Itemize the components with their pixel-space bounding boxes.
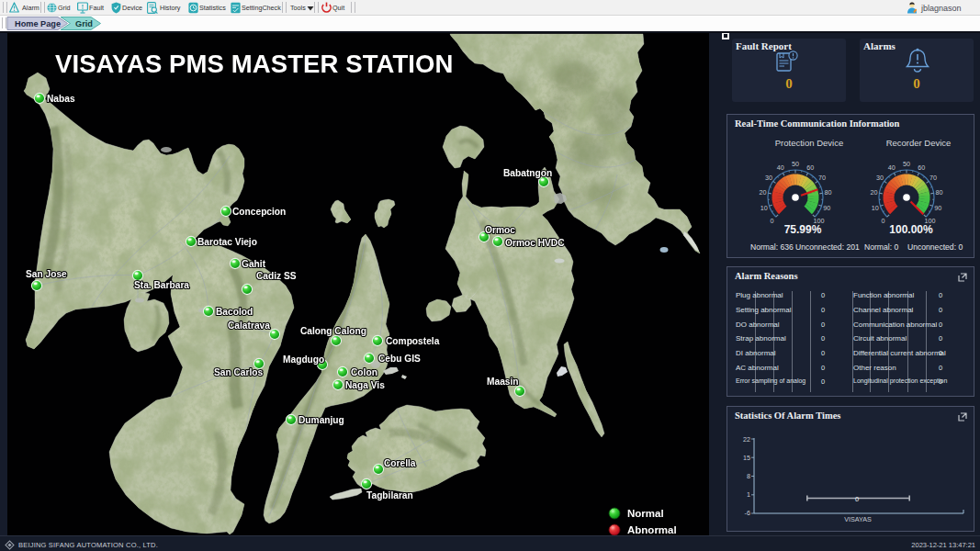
svg-text:40: 40 (777, 163, 784, 172)
svg-text:Normal: 636: Normal: 636 (750, 242, 794, 252)
svg-text:70: 70 (818, 174, 826, 182)
svg-text:8: 8 (747, 472, 750, 480)
svg-text:Naga Vis: Naga Vis (345, 380, 385, 390)
svg-text:80: 80 (936, 188, 943, 197)
svg-text:20: 20 (870, 188, 877, 197)
svg-text:22: 22 (743, 435, 750, 444)
svg-text:15: 15 (743, 454, 750, 462)
svg-text:1: 1 (747, 490, 750, 499)
svg-text:30: 30 (765, 174, 772, 182)
svg-text:60: 60 (806, 163, 814, 172)
svg-text:Magdugo: Magdugo (283, 354, 324, 365)
svg-text:Abnormal: Abnormal (627, 524, 677, 535)
svg-text:10: 10 (760, 204, 768, 212)
svg-text:San Carlos: San Carlos (214, 367, 264, 377)
svg-text:Gahit: Gahit (242, 259, 266, 269)
svg-text:Normal: Normal (627, 508, 664, 519)
svg-text:Barotac Viejo: Barotac Viejo (197, 237, 257, 247)
svg-text:Protection Device: Protection Device (775, 138, 843, 148)
svg-text:50: 50 (792, 160, 799, 168)
svg-text:75.99%: 75.99% (784, 223, 822, 236)
svg-text:0: 0 (771, 217, 774, 225)
svg-text:60: 60 (918, 163, 925, 172)
svg-text:100.00%: 100.00% (889, 223, 933, 236)
svg-text:San Jose: San Jose (26, 269, 67, 279)
svg-text:Calatrava: Calatrava (228, 320, 270, 331)
svg-text:Corella: Corella (384, 458, 416, 468)
svg-text:Home Page: Home Page (15, 19, 61, 28)
svg-text:Concepcion: Concepcion (232, 207, 286, 217)
svg-text:70: 70 (929, 174, 937, 182)
svg-text:VISAYAS: VISAYAS (844, 515, 872, 523)
svg-text:40: 40 (888, 163, 896, 172)
svg-text:Normal: 0: Normal: 0 (864, 242, 898, 252)
svg-text:Ormoc: Ormoc (485, 225, 515, 235)
svg-text:90: 90 (934, 204, 941, 212)
svg-text:Babatngon: Babatngon (503, 168, 552, 178)
svg-text:Cebu GIS: Cebu GIS (378, 354, 421, 364)
svg-text:80: 80 (825, 188, 832, 197)
svg-text:Unconnected: 201: Unconnected: 201 (795, 242, 860, 252)
svg-text:Compostela: Compostela (386, 336, 440, 346)
svg-text:Ormoc HVDC: Ormoc HVDC (505, 238, 565, 248)
svg-text:Colon: Colon (351, 367, 377, 377)
svg-text:10: 10 (872, 204, 879, 212)
svg-text:Unconnected: 0: Unconnected: 0 (907, 242, 963, 252)
svg-text:0: 0 (882, 217, 885, 225)
svg-text:Dumanjug: Dumanjug (299, 415, 344, 425)
svg-text:20: 20 (759, 188, 766, 197)
svg-text:50: 50 (903, 160, 910, 168)
svg-text:Calong Calong: Calong Calong (300, 326, 366, 336)
svg-text:0: 0 (855, 495, 859, 503)
svg-text:Nabas: Nabas (47, 94, 75, 104)
svg-text:VISAYAS PMS MASTER STATION: VISAYAS PMS MASTER STATION (55, 50, 454, 78)
svg-text:Sta. Barbara: Sta. Barbara (134, 280, 189, 290)
svg-text:-6: -6 (745, 509, 750, 517)
svg-text:Maasin: Maasin (487, 377, 519, 387)
svg-text:Bacolod: Bacolod (216, 307, 253, 317)
svg-text:Grid: Grid (75, 19, 93, 28)
svg-text:90: 90 (823, 204, 830, 212)
svg-text:Cadiz SS: Cadiz SS (256, 271, 297, 281)
svg-text:30: 30 (876, 174, 884, 182)
svg-text:Tagbilaran: Tagbilaran (366, 490, 413, 500)
svg-text:Recorder Device: Recorder Device (886, 138, 952, 148)
